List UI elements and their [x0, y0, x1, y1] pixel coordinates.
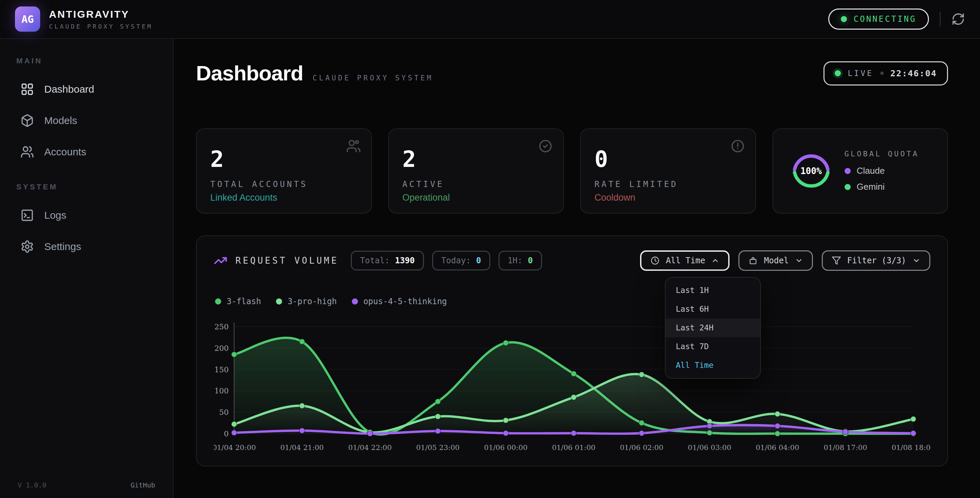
sidebar-item-label: Settings: [44, 241, 81, 252]
connection-status-badge: CONNECTING: [828, 8, 929, 30]
app-subtitle: CLAUDE PROXY SYSTEM: [49, 23, 153, 30]
top-bar: AG ANTIGRAVITY CLAUDE PROXY SYSTEM CONNE…: [0, 0, 980, 39]
legend-item-3-pro-high: 3-pro-high: [276, 297, 337, 306]
panel-title: REQUEST VOLUME: [235, 255, 339, 266]
check-circle-icon: [538, 139, 553, 153]
model-dropdown-button[interactable]: Model: [738, 251, 813, 271]
sidebar-item-label: Dashboard: [44, 83, 94, 95]
stat-card-active: 2 ACTIVE Operational: [388, 128, 564, 214]
gear-icon: [21, 240, 34, 254]
sidebar-item-settings[interactable]: Settings: [12, 231, 161, 262]
svg-text:0: 0: [224, 429, 229, 438]
legend-item-3-flash: 3-flash: [215, 297, 261, 306]
sidebar-item-accounts[interactable]: Accounts: [12, 136, 161, 168]
app-version: V 1.0.0: [18, 481, 46, 489]
legend-label: 3-flash: [227, 297, 261, 306]
clock-icon: [650, 256, 660, 265]
app-title: ANTIGRAVITY: [49, 8, 153, 20]
time-range-label: All Time: [666, 256, 705, 265]
svg-text:01/05 23:00: 01/05 23:00: [416, 444, 460, 452]
chart-legend: 3-flash 3-pro-high opus-4-5-thinking: [215, 297, 447, 306]
total-badge: Total: 1390: [351, 251, 424, 270]
sidebar-item-dashboard[interactable]: Dashboard: [12, 73, 161, 105]
stat-sublabel: Cooldown: [595, 192, 742, 203]
refresh-icon: [951, 12, 965, 26]
alert-circle-icon: [730, 139, 745, 153]
menu-item-last-24h[interactable]: Last 24H: [666, 319, 760, 337]
cube-icon: [21, 114, 34, 128]
hour-badge: 1H: 0: [498, 251, 542, 270]
stat-sublabel: Linked Accounts: [210, 192, 358, 203]
svg-text:50: 50: [219, 408, 229, 417]
filter-dropdown-button[interactable]: Filter (3/3): [822, 251, 930, 271]
legend-label: opus-4-5-thinking: [363, 297, 447, 306]
live-label: LIVE: [848, 69, 873, 78]
sidebar-section-main: MAIN: [12, 57, 161, 65]
chevron-down-icon: [795, 257, 803, 265]
stat-cards-row: 2 TOTAL ACCOUNTS Linked Accounts 2 ACTIV…: [196, 128, 948, 214]
terminal-icon: [21, 209, 34, 222]
quota-ring: 100%: [790, 150, 832, 192]
clock-value: 22:46:04: [891, 69, 937, 78]
connection-status-label: CONNECTING: [854, 14, 917, 24]
app-root: AG ANTIGRAVITY CLAUDE PROXY SYSTEM CONNE…: [0, 0, 980, 498]
menu-item-last-1h[interactable]: Last 1H: [666, 281, 760, 300]
svg-text:250: 250: [215, 322, 229, 331]
svg-text:150: 150: [215, 365, 229, 374]
series-dot-icon: [276, 298, 282, 305]
users-icon: [21, 145, 34, 159]
svg-text:01/06 03:00: 01/06 03:00: [688, 444, 731, 452]
quota-legend-claude: Claude: [845, 166, 919, 176]
brand: AG ANTIGRAVITY CLAUDE PROXY SYSTEM: [15, 6, 153, 32]
sidebar-item-label: Logs: [44, 209, 66, 221]
sidebar: MAIN Dashboard Models Accounts SYSTEM Lo…: [0, 39, 173, 498]
sidebar-item-logs[interactable]: Logs: [12, 200, 161, 231]
stat-label: RATE LIMITED: [595, 179, 742, 189]
series-dot-icon: [215, 298, 221, 305]
menu-item-last-7d[interactable]: Last 7D: [666, 337, 760, 356]
gemini-dot-icon: [845, 184, 851, 190]
svg-text:01/06 01:00: 01/06 01:00: [552, 444, 595, 452]
model-icon: [748, 256, 758, 265]
quota-legend-label: Gemini: [857, 182, 885, 192]
sidebar-item-label: Models: [44, 115, 77, 126]
legend-label: 3-pro-high: [288, 297, 337, 306]
page-subtitle: CLAUDE PROXY SYSTEM: [313, 74, 433, 82]
model-label: Model: [764, 256, 788, 265]
main-content: Dashboard CLAUDE PROXY SYSTEM LIVE 22:46…: [173, 39, 980, 498]
grid-icon: [21, 83, 34, 96]
badge-label: 1H:: [508, 256, 522, 265]
svg-text:01/06 02:00: 01/06 02:00: [620, 444, 663, 452]
chevron-down-icon: [912, 257, 920, 265]
quota-legend-gemini: Gemini: [845, 182, 919, 192]
github-link[interactable]: GitHub: [130, 481, 155, 489]
request-volume-chart: 05010015020025001/04 20:0001/04 21:0001/…: [214, 312, 931, 459]
sidebar-item-models[interactable]: Models: [12, 105, 161, 136]
funnel-icon: [832, 256, 841, 265]
stat-value: 2: [210, 148, 358, 171]
stat-value: 0: [595, 148, 742, 171]
svg-text:01/04 22:00: 01/04 22:00: [348, 444, 392, 452]
svg-text:01/08 17:00: 01/08 17:00: [824, 444, 867, 452]
live-clock-badge: LIVE 22:46:04: [824, 61, 948, 86]
badge-value: 0: [476, 256, 481, 265]
status-dot-icon: [841, 16, 847, 22]
svg-text:01/04 20:00: 01/04 20:00: [214, 444, 256, 452]
today-badge: Today: 0: [432, 251, 490, 270]
app-logo: AG: [15, 6, 40, 32]
refresh-button[interactable]: [951, 12, 965, 26]
menu-item-last-6h[interactable]: Last 6H: [666, 300, 760, 319]
svg-text:01/06 00:00: 01/06 00:00: [484, 444, 528, 452]
badge-label: Today:: [441, 256, 471, 265]
users-icon: [346, 139, 361, 153]
trending-up-icon: [214, 254, 227, 267]
menu-item-all-time[interactable]: All Time: [666, 356, 760, 375]
quota-legend-label: Claude: [857, 166, 885, 176]
time-range-menu: Last 1H Last 6H Last 24H Last 7D All Tim…: [665, 277, 761, 379]
time-range-dropdown-button[interactable]: All Time: [640, 251, 730, 271]
sidebar-section-system: SYSTEM: [12, 183, 161, 192]
global-quota-card: 100% GLOBAL QUOTA Claude Gemini: [772, 128, 948, 214]
svg-text:01/04 21:00: 01/04 21:00: [280, 444, 324, 452]
svg-text:01/06 04:00: 01/06 04:00: [756, 444, 799, 452]
badge-value: 0: [528, 256, 533, 265]
